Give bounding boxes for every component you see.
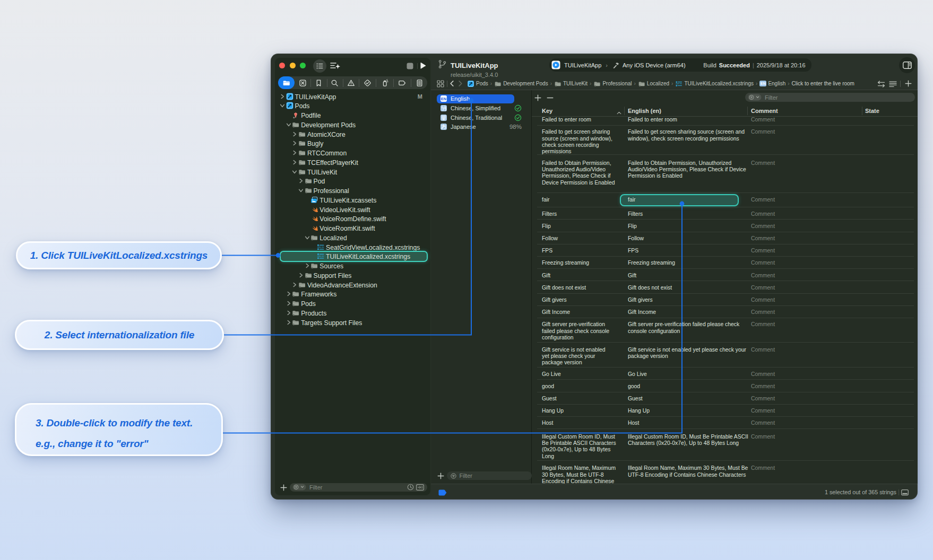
disclosure-open-icon[interactable] bbox=[298, 187, 304, 194]
string-row-11[interactable]: Gift does not existGift does not existCo… bbox=[532, 282, 918, 294]
navigator-tab-search[interactable] bbox=[329, 76, 341, 89]
close-button[interactable] bbox=[279, 63, 285, 68]
string-row-2[interactable]: Failed to get screen sharing source (scr… bbox=[532, 126, 918, 155]
language-row-English[interactable]: ENEnglish bbox=[437, 94, 514, 104]
navigator-tab-folder-selected[interactable] bbox=[278, 76, 295, 89]
navigator-tab-tag[interactable] bbox=[396, 76, 409, 89]
cell-english[interactable]: Illegal Room Name, Maximum 30 Bytes, Mus… bbox=[628, 461, 754, 478]
string-row-19[interactable]: Hang UpHang UpComment bbox=[532, 405, 918, 417]
disclosure-closed-icon[interactable] bbox=[298, 178, 304, 184]
disclosure-closed-icon[interactable] bbox=[279, 93, 286, 100]
string-row-5[interactable]: FiltersFiltersComment bbox=[532, 207, 918, 220]
tree-item-Podfile[interactable]: Podfile bbox=[274, 111, 431, 120]
cell-english[interactable]: Gift bbox=[628, 269, 754, 279]
cell-english[interactable]: Flip bbox=[628, 220, 754, 230]
string-row-15[interactable]: Gift service is not enabled yet please c… bbox=[532, 343, 918, 368]
string-row-8[interactable]: FPSFPSComment bbox=[532, 244, 918, 257]
table-filter-input[interactable]: Filter bbox=[745, 93, 915, 102]
tree-item-VoiceRoomKit.swift[interactable]: VoiceRoomKit.swift bbox=[274, 224, 431, 233]
disclosure-closed-icon[interactable] bbox=[291, 140, 298, 146]
cell-comment[interactable]: Comment bbox=[751, 405, 857, 415]
sidebar-toggle-button[interactable] bbox=[313, 59, 326, 73]
navigator-tab-bookmark[interactable] bbox=[312, 76, 325, 89]
disclosure-closed-icon[interactable] bbox=[304, 262, 310, 269]
disclosure-open-icon[interactable] bbox=[291, 169, 298, 175]
cell-comment[interactable]: Comment bbox=[751, 193, 857, 204]
run-button[interactable] bbox=[420, 62, 426, 71]
cell-comment[interactable]: Comment bbox=[751, 282, 857, 292]
breadcrumb-Pods[interactable]: Pods bbox=[467, 80, 488, 88]
tree-item-VideoAdvanceExtension[interactable]: VideoAdvanceExtension bbox=[274, 280, 431, 290]
back-button[interactable] bbox=[450, 80, 454, 88]
string-row-16[interactable]: Go LiveGo LiveComment bbox=[532, 368, 918, 380]
tree-item-TCEffectPlayerKit[interactable]: TCEffectPlayerKit bbox=[274, 158, 431, 167]
source-control-filter-icon[interactable] bbox=[416, 484, 424, 491]
related-items-icon[interactable] bbox=[437, 80, 444, 89]
minimize-button[interactable] bbox=[290, 63, 296, 68]
tree-item-TUILiveKitApp[interactable]: TUILiveKitAppM bbox=[274, 92, 431, 101]
string-row-6[interactable]: FlipFlipComment bbox=[532, 220, 918, 232]
string-row-13[interactable]: Gift IncomeGift IncomeComment bbox=[532, 306, 918, 318]
add-string-button[interactable] bbox=[534, 94, 541, 102]
breadcrumb-Localized[interactable]: Localized bbox=[638, 80, 669, 88]
tree-item-Development-Pods[interactable]: Development Pods bbox=[274, 120, 431, 129]
tree-item-VideoLiveKit.swift[interactable]: VideoLiveKit.swift bbox=[274, 205, 431, 214]
cell-english[interactable]: Gift server pre-verification failed plea… bbox=[628, 318, 754, 335]
string-row-10[interactable]: GiftGiftComment bbox=[532, 269, 918, 281]
editor-sparkle-button[interactable] bbox=[330, 60, 340, 72]
navigator-filter-input[interactable]: Filter bbox=[290, 483, 427, 492]
string-row-1[interactable]: Failed to enter roomFailed to enter room… bbox=[532, 117, 918, 126]
recent-files-icon[interactable] bbox=[407, 484, 414, 491]
cell-comment[interactable]: Comment bbox=[751, 368, 857, 378]
cell-comment[interactable]: Comment bbox=[751, 117, 857, 124]
cell-english[interactable]: Follow bbox=[628, 232, 754, 242]
counterparts-icon[interactable] bbox=[877, 81, 886, 89]
string-row-3[interactable]: Failed to Obtain Permission, Unauthorize… bbox=[532, 155, 918, 193]
cell-english[interactable]: Guest bbox=[628, 392, 754, 402]
add-editor-button[interactable] bbox=[905, 80, 912, 88]
string-row-12[interactable]: Gift giversGift giversComment bbox=[532, 294, 918, 306]
cell-english[interactable]: Gift service is not enabled yet please c… bbox=[628, 343, 754, 360]
disclosure-closed-icon[interactable] bbox=[291, 159, 298, 165]
disclosure-closed-icon[interactable] bbox=[298, 272, 304, 278]
column-header-Comment[interactable]: Comment bbox=[751, 108, 778, 114]
cell-comment[interactable]: Comment bbox=[751, 461, 857, 471]
cell-comment[interactable]: Comment bbox=[751, 417, 857, 427]
breadcrumb-Professional[interactable]: Professional bbox=[593, 80, 632, 88]
string-row-7[interactable]: FollowFollowComment bbox=[532, 232, 918, 244]
string-row-21[interactable]: Illegal Custom Room ID, Must Be Printabl… bbox=[532, 429, 918, 461]
tree-item-RTCCommon[interactable]: RTCCommon bbox=[274, 148, 431, 158]
disclosure-closed-icon[interactable] bbox=[291, 131, 298, 137]
cell-comment[interactable]: Comment bbox=[751, 207, 857, 217]
inspector-toggle-button[interactable] bbox=[899, 57, 915, 73]
string-row-20[interactable]: HostHostComment bbox=[532, 417, 918, 429]
tree-item-AtomicXCore[interactable]: AtomicXCore bbox=[274, 129, 431, 139]
cell-english[interactable]: good bbox=[628, 380, 754, 390]
tree-item-Frameworks[interactable]: Frameworks bbox=[274, 290, 431, 299]
cell-english[interactable]: Host bbox=[628, 417, 754, 427]
tree-item-Support-Files[interactable]: Support Files bbox=[274, 270, 431, 280]
cell-comment[interactable]: Comment bbox=[751, 306, 857, 316]
tree-item-Products[interactable]: Products bbox=[274, 308, 431, 318]
string-row-4[interactable]: fairfairComment bbox=[532, 193, 918, 207]
cell-english[interactable]: Illegal Custom Room ID, Must Be Printabl… bbox=[628, 429, 754, 447]
navigator-tab-xsquare[interactable] bbox=[296, 76, 309, 89]
breadcrumb-TUILiveKit[interactable]: TUILiveKit bbox=[554, 80, 588, 88]
cell-english[interactable]: Freezing streaming bbox=[628, 257, 754, 267]
cell-comment[interactable]: Comment bbox=[751, 269, 857, 279]
disclosure-closed-icon[interactable] bbox=[286, 319, 292, 326]
cell-english[interactable]: Failed to get screen sharing source (scr… bbox=[628, 126, 754, 142]
cell-comment[interactable]: Comment bbox=[751, 220, 857, 230]
tree-item-Localized[interactable]: Localized bbox=[274, 233, 431, 242]
language-row-Chinese-Simplified[interactable]: Chinese, Simplified bbox=[437, 103, 522, 113]
tree-item-Pods[interactable]: Pods bbox=[274, 299, 431, 309]
cell-english[interactable]: Gift givers bbox=[628, 294, 754, 304]
column-header-English-en-[interactable]: English (en) bbox=[628, 108, 661, 114]
tree-item-TUILiveKit[interactable]: TUILiveKit bbox=[274, 167, 431, 177]
cell-english[interactable]: fair bbox=[628, 193, 754, 204]
disclosure-open-icon[interactable] bbox=[279, 102, 286, 109]
language-row-Japanese[interactable]: Japanese98% bbox=[437, 122, 522, 132]
cell-comment[interactable]: Comment bbox=[751, 155, 857, 167]
string-row-14[interactable]: Gift server pre-verification failed plea… bbox=[532, 318, 918, 343]
add-language-button[interactable] bbox=[437, 472, 444, 480]
